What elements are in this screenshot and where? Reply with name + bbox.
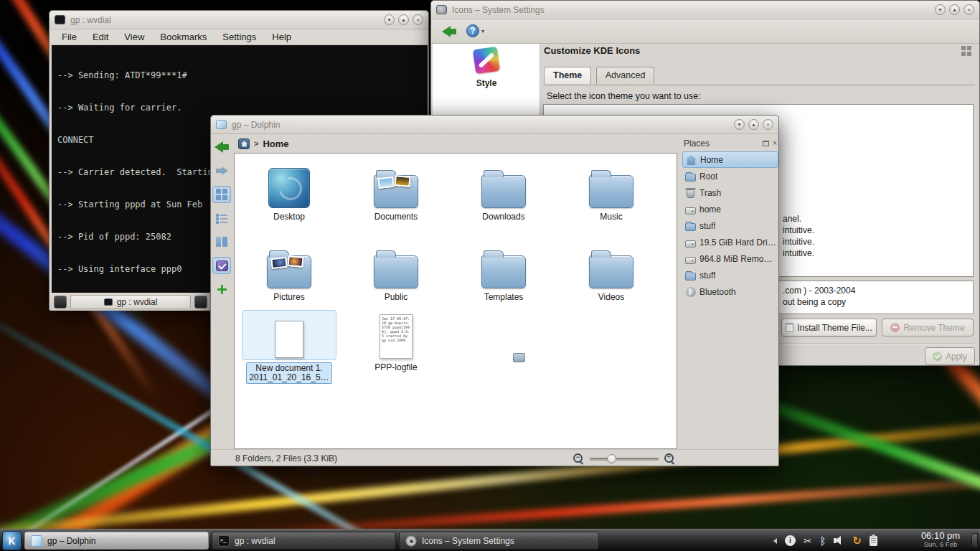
zoom-out-button[interactable]: − — [573, 453, 584, 464]
minimize-button[interactable]: ▾ — [935, 4, 946, 15]
window-controls: ▾ ▴ × — [384, 14, 423, 25]
device-notifier-icon[interactable]: i — [785, 535, 796, 546]
tab-list-button[interactable] — [194, 296, 207, 309]
task-wvdial[interactable]: gp : wvdial — [212, 532, 396, 550]
close-button[interactable]: × — [763, 119, 773, 130]
file-item-documents[interactable]: Documents — [349, 159, 443, 222]
places-root-icon[interactable] — [238, 138, 250, 149]
file-label: Templates — [456, 292, 551, 302]
task-dolphin[interactable]: gp – Dolphin — [24, 532, 209, 550]
columns-view-button[interactable] — [212, 233, 231, 250]
terminal-tab[interactable]: gp : wvdial — [70, 295, 191, 309]
page-title: Customize KDE Icons — [544, 45, 640, 56]
clock-time: 06:10 pm — [910, 531, 971, 541]
place-item-bluetooth[interactable]: ᛒ Bluetooth — [682, 283, 778, 300]
maximize-button[interactable]: ▴ — [398, 14, 409, 25]
task-system-settings[interactable]: Icons – System Settings — [399, 532, 599, 550]
file-item-templates[interactable]: Templates — [456, 240, 551, 302]
breadcrumb-home[interactable]: Home — [263, 138, 288, 149]
file-item-desktop[interactable]: Desktop — [242, 159, 336, 222]
back-button[interactable] — [438, 22, 461, 41]
file-item-videos[interactable]: Videos — [564, 240, 659, 302]
terminal-menubar: File Edit View Bookmarks Settings Help — [50, 29, 428, 44]
trash-icon — [684, 188, 697, 198]
folder-view[interactable]: Desktop Documents Downloads Music Pictur… — [234, 153, 677, 449]
back-button[interactable] — [212, 138, 231, 156]
removable-drive-icon — [684, 254, 697, 264]
places-title: Places — [684, 138, 710, 149]
zoom-slider-handle[interactable] — [607, 454, 616, 463]
sidebar-item-style[interactable]: Style — [433, 48, 540, 88]
maximize-button[interactable]: ▴ — [748, 119, 759, 130]
file-item-downloads[interactable]: Downloads — [456, 159, 551, 222]
panel-toolbox-icon[interactable] — [971, 533, 978, 547]
place-item-root[interactable]: Root — [682, 168, 778, 184]
dolphin-titlebar[interactable]: gp – Dolphin ▾ ▴ × — [211, 116, 778, 134]
remove-theme-button[interactable]: Remove Theme — [882, 319, 974, 336]
zoom-slider[interactable] — [590, 458, 659, 461]
file-item-pictures[interactable]: Pictures — [242, 240, 336, 302]
theme-list-text: intuitive. — [783, 237, 814, 247]
place-item-home-mount[interactable]: home — [682, 201, 778, 217]
menu-help[interactable]: Help — [272, 32, 291, 42]
place-item-removable[interactable]: 964.8 MiB Remov… — [682, 250, 778, 267]
split-view-button[interactable] — [212, 281, 231, 298]
clock[interactable]: 06:10 pm Sun, 6 Feb — [910, 531, 971, 549]
file-label: Documents — [349, 212, 443, 222]
stray-thumbnail-icon — [513, 353, 525, 362]
menu-file[interactable]: File — [62, 32, 77, 42]
icons-view-button[interactable] — [212, 186, 231, 203]
tab-advanced[interactable]: Advanced — [596, 67, 655, 84]
home-icon — [685, 154, 697, 165]
details-view-button[interactable] — [212, 209, 231, 227]
preview-button[interactable] — [212, 257, 231, 274]
minimize-button[interactable]: ▾ — [384, 14, 395, 25]
menu-settings[interactable]: Settings — [222, 32, 256, 42]
apply-button[interactable]: Apply — [925, 347, 975, 365]
menu-bookmarks[interactable]: Bookmarks — [160, 32, 207, 42]
file-item-music[interactable]: Music — [564, 159, 659, 222]
columns-view-icon — [216, 237, 227, 247]
help-button[interactable]: ? ▾ — [466, 24, 484, 37]
place-item-hard-drive[interactable]: 19.5 GiB Hard Drive — [682, 234, 778, 250]
settings-titlebar[interactable]: Icons – System Settings ▾ ▴ × — [431, 1, 979, 19]
grid-icon[interactable] — [961, 46, 973, 57]
zoom-in-button[interactable]: + — [664, 453, 675, 464]
forward-button[interactable] — [212, 162, 231, 179]
minimize-button[interactable]: ▾ — [734, 119, 745, 130]
places-header[interactable]: Places × — [682, 136, 779, 151]
maximize-button[interactable]: ▴ — [949, 4, 960, 15]
place-item-home[interactable]: Home — [682, 151, 778, 168]
klipper-scissors-icon[interactable]: ✂ — [804, 535, 812, 547]
terminal-titlebar[interactable]: gp : wvdial ▾ ▴ × — [50, 11, 428, 29]
new-tab-button[interactable] — [54, 296, 67, 309]
detach-panel-icon[interactable] — [763, 141, 769, 146]
place-item-stuff2[interactable]: stuff — [682, 267, 778, 283]
app-launcher-button[interactable]: K — [2, 531, 22, 550]
status-bar: 8 Folders, 2 Files (3.3 KiB) − + — [211, 449, 778, 466]
tray-expander-icon[interactable] — [773, 538, 777, 544]
pictures-folder-icon — [267, 255, 311, 288]
close-panel-icon[interactable]: × — [773, 140, 777, 147]
close-button[interactable]: × — [413, 14, 423, 25]
updates-icon[interactable]: ↻ — [852, 535, 862, 547]
tab-theme[interactable]: Theme — [544, 67, 591, 84]
thumbnail — [287, 255, 303, 268]
close-button[interactable]: × — [963, 4, 974, 15]
dolphin-toolbar — [211, 136, 232, 448]
clock-date: Sun, 6 Feb — [910, 541, 971, 548]
install-theme-button[interactable]: Install Theme File... — [781, 319, 877, 336]
place-item-trash[interactable]: Trash — [682, 184, 778, 201]
window-controls: ▾ ▴ × — [935, 4, 974, 15]
bluetooth-icon[interactable]: ᛒ — [820, 535, 826, 547]
file-item-public[interactable]: Public — [349, 240, 443, 302]
clipboard-icon[interactable] — [870, 536, 877, 546]
menu-view[interactable]: View — [124, 32, 144, 42]
file-item-new-document[interactable]: New document 1. 2011_01_20_16_5… — [242, 310, 336, 384]
place-item-stuff[interactable]: stuff — [682, 217, 778, 234]
volume-icon[interactable] — [834, 535, 844, 546]
menu-edit[interactable]: Edit — [93, 32, 108, 42]
dolphin-icon — [216, 120, 227, 129]
desktop-folder-icon — [268, 168, 310, 208]
file-item-ppp-logfile[interactable]: Jan 17 09:47:18 gp-Aspire-5738 pppd[1946… — [349, 306, 443, 372]
